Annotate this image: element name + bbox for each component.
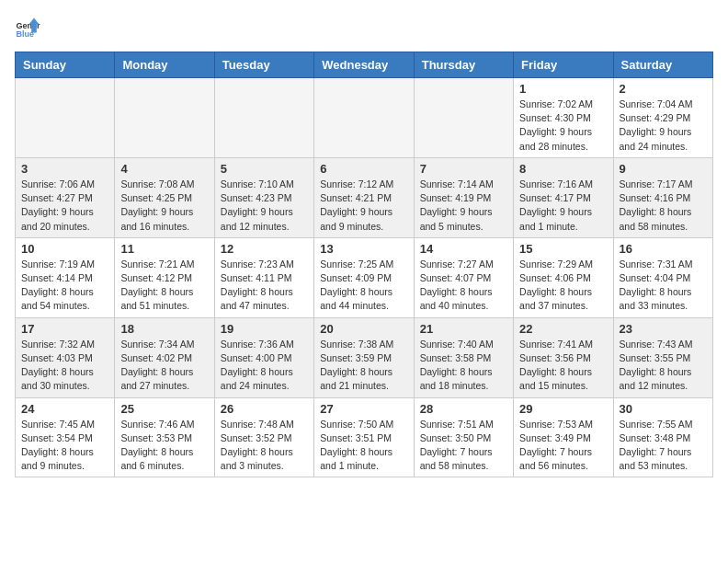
day-info: Sunrise: 7:45 AM Sunset: 3:54 PM Dayligh… [21, 418, 108, 474]
day-number: 3 [21, 162, 108, 176]
day-info: Sunrise: 7:55 AM Sunset: 3:48 PM Dayligh… [620, 418, 707, 474]
calendar-cell: 1Sunrise: 7:02 AM Sunset: 4:30 PM Daylig… [514, 78, 613, 158]
calendar-cell [16, 78, 115, 158]
calendar-cell: 23Sunrise: 7:43 AM Sunset: 3:55 PM Dayli… [613, 317, 712, 397]
header-area: General Blue [15, 15, 713, 40]
day-info: Sunrise: 7:25 AM Sunset: 4:09 PM Dayligh… [320, 258, 407, 314]
day-info: Sunrise: 7:31 AM Sunset: 4:04 PM Dayligh… [620, 258, 707, 314]
calendar-cell: 21Sunrise: 7:40 AM Sunset: 3:58 PM Dayli… [414, 317, 513, 397]
calendar-cell: 30Sunrise: 7:55 AM Sunset: 3:48 PM Dayli… [613, 397, 712, 477]
calendar-cell: 3Sunrise: 7:06 AM Sunset: 4:27 PM Daylig… [16, 157, 115, 237]
calendar-cell [414, 78, 513, 158]
day-number: 25 [120, 402, 208, 416]
calendar-cell: 26Sunrise: 7:48 AM Sunset: 3:52 PM Dayli… [214, 397, 313, 477]
calendar-cell: 18Sunrise: 7:34 AM Sunset: 4:02 PM Dayli… [115, 317, 214, 397]
day-info: Sunrise: 7:51 AM Sunset: 3:50 PM Dayligh… [420, 418, 507, 474]
day-number: 16 [620, 242, 707, 256]
day-number: 17 [21, 322, 108, 336]
calendar-cell: 9Sunrise: 7:17 AM Sunset: 4:16 PM Daylig… [613, 157, 712, 237]
day-info: Sunrise: 7:14 AM Sunset: 4:19 PM Dayligh… [420, 178, 507, 234]
day-info: Sunrise: 7:48 AM Sunset: 3:52 PM Dayligh… [221, 418, 308, 474]
day-info: Sunrise: 7:08 AM Sunset: 4:25 PM Dayligh… [120, 178, 208, 234]
calendar-week-0: 1Sunrise: 7:02 AM Sunset: 4:30 PM Daylig… [16, 78, 713, 158]
logo-icon: General Blue [15, 15, 40, 40]
calendar-cell: 10Sunrise: 7:19 AM Sunset: 4:14 PM Dayli… [16, 237, 115, 317]
calendar-cell: 16Sunrise: 7:31 AM Sunset: 4:04 PM Dayli… [613, 237, 712, 317]
svg-text:Blue: Blue [16, 29, 34, 39]
day-number: 30 [620, 402, 707, 416]
day-info: Sunrise: 7:34 AM Sunset: 4:02 PM Dayligh… [120, 338, 208, 394]
day-info: Sunrise: 7:46 AM Sunset: 3:53 PM Dayligh… [120, 418, 208, 474]
day-info: Sunrise: 7:40 AM Sunset: 3:58 PM Dayligh… [420, 338, 507, 394]
day-info: Sunrise: 7:27 AM Sunset: 4:07 PM Dayligh… [420, 258, 507, 314]
day-info: Sunrise: 7:36 AM Sunset: 4:00 PM Dayligh… [221, 338, 308, 394]
day-info: Sunrise: 7:12 AM Sunset: 4:21 PM Dayligh… [320, 178, 407, 234]
calendar-cell: 15Sunrise: 7:29 AM Sunset: 4:06 PM Dayli… [514, 237, 613, 317]
calendar-cell: 2Sunrise: 7:04 AM Sunset: 4:29 PM Daylig… [613, 78, 712, 158]
calendar-cell: 7Sunrise: 7:14 AM Sunset: 4:19 PM Daylig… [414, 157, 513, 237]
calendar-table: SundayMondayTuesdayWednesdayThursdayFrid… [15, 52, 713, 477]
calendar-header-row: SundayMondayTuesdayWednesdayThursdayFrid… [16, 52, 713, 78]
calendar-cell: 25Sunrise: 7:46 AM Sunset: 3:53 PM Dayli… [115, 397, 214, 477]
calendar-cell: 6Sunrise: 7:12 AM Sunset: 4:21 PM Daylig… [314, 157, 414, 237]
day-number: 24 [21, 402, 108, 416]
day-number: 15 [519, 242, 607, 256]
day-info: Sunrise: 7:38 AM Sunset: 3:59 PM Dayligh… [320, 338, 407, 394]
day-number: 5 [221, 162, 308, 176]
calendar-cell: 14Sunrise: 7:27 AM Sunset: 4:07 PM Dayli… [414, 237, 513, 317]
day-number: 6 [320, 162, 407, 176]
header-wednesday: Wednesday [314, 52, 414, 78]
calendar-week-4: 24Sunrise: 7:45 AM Sunset: 3:54 PM Dayli… [16, 397, 713, 477]
day-info: Sunrise: 7:17 AM Sunset: 4:16 PM Dayligh… [620, 178, 707, 234]
header-sunday: Sunday [16, 52, 115, 78]
calendar-body: 1Sunrise: 7:02 AM Sunset: 4:30 PM Daylig… [16, 78, 713, 477]
calendar-cell: 13Sunrise: 7:25 AM Sunset: 4:09 PM Dayli… [314, 237, 414, 317]
logo: General Blue [15, 15, 40, 40]
day-info: Sunrise: 7:02 AM Sunset: 4:30 PM Dayligh… [519, 98, 607, 154]
day-info: Sunrise: 7:10 AM Sunset: 4:23 PM Dayligh… [221, 178, 308, 234]
day-number: 11 [120, 242, 208, 256]
calendar-cell: 5Sunrise: 7:10 AM Sunset: 4:23 PM Daylig… [214, 157, 313, 237]
day-info: Sunrise: 7:23 AM Sunset: 4:11 PM Dayligh… [221, 258, 308, 314]
day-info: Sunrise: 7:53 AM Sunset: 3:49 PM Dayligh… [519, 418, 607, 474]
day-number: 10 [21, 242, 108, 256]
calendar-cell: 29Sunrise: 7:53 AM Sunset: 3:49 PM Dayli… [514, 397, 613, 477]
day-info: Sunrise: 7:50 AM Sunset: 3:51 PM Dayligh… [320, 418, 407, 474]
calendar-cell: 27Sunrise: 7:50 AM Sunset: 3:51 PM Dayli… [314, 397, 414, 477]
day-info: Sunrise: 7:43 AM Sunset: 3:55 PM Dayligh… [620, 338, 707, 394]
calendar-cell: 8Sunrise: 7:16 AM Sunset: 4:17 PM Daylig… [514, 157, 613, 237]
calendar-week-1: 3Sunrise: 7:06 AM Sunset: 4:27 PM Daylig… [16, 157, 713, 237]
day-number: 28 [420, 402, 507, 416]
day-number: 2 [620, 82, 707, 96]
day-number: 23 [620, 322, 707, 336]
header-friday: Friday [514, 52, 613, 78]
calendar-cell: 17Sunrise: 7:32 AM Sunset: 4:03 PM Dayli… [16, 317, 115, 397]
day-number: 1 [519, 82, 607, 96]
day-info: Sunrise: 7:29 AM Sunset: 4:06 PM Dayligh… [519, 258, 607, 314]
calendar-week-3: 17Sunrise: 7:32 AM Sunset: 4:03 PM Dayli… [16, 317, 713, 397]
day-number: 20 [320, 322, 407, 336]
day-number: 22 [519, 322, 607, 336]
calendar-cell: 28Sunrise: 7:51 AM Sunset: 3:50 PM Dayli… [414, 397, 513, 477]
day-number: 7 [420, 162, 507, 176]
day-info: Sunrise: 7:19 AM Sunset: 4:14 PM Dayligh… [21, 258, 108, 314]
calendar-cell [214, 78, 313, 158]
day-number: 21 [420, 322, 507, 336]
calendar-cell: 12Sunrise: 7:23 AM Sunset: 4:11 PM Dayli… [214, 237, 313, 317]
header-saturday: Saturday [613, 52, 712, 78]
day-number: 13 [320, 242, 407, 256]
day-info: Sunrise: 7:41 AM Sunset: 3:56 PM Dayligh… [519, 338, 607, 394]
day-info: Sunrise: 7:04 AM Sunset: 4:29 PM Dayligh… [620, 98, 707, 154]
calendar-cell: 22Sunrise: 7:41 AM Sunset: 3:56 PM Dayli… [514, 317, 613, 397]
calendar-cell: 20Sunrise: 7:38 AM Sunset: 3:59 PM Dayli… [314, 317, 414, 397]
calendar-cell: 19Sunrise: 7:36 AM Sunset: 4:00 PM Dayli… [214, 317, 313, 397]
day-number: 26 [221, 402, 308, 416]
day-info: Sunrise: 7:32 AM Sunset: 4:03 PM Dayligh… [21, 338, 108, 394]
day-number: 14 [420, 242, 507, 256]
day-info: Sunrise: 7:06 AM Sunset: 4:27 PM Dayligh… [21, 178, 108, 234]
day-number: 12 [221, 242, 308, 256]
header-thursday: Thursday [414, 52, 513, 78]
day-number: 9 [620, 162, 707, 176]
day-info: Sunrise: 7:16 AM Sunset: 4:17 PM Dayligh… [519, 178, 607, 234]
header-monday: Monday [115, 52, 214, 78]
